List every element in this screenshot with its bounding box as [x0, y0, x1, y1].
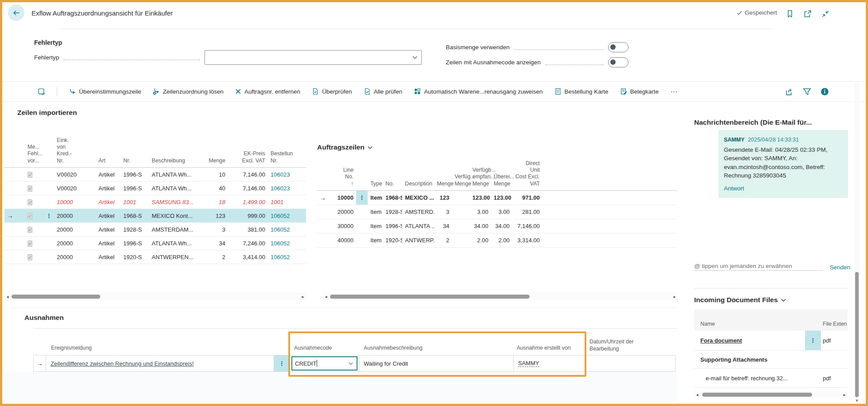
- table-row-selected[interactable]: 20000 Artikel 1968-S MEXICO Kont... 123 …: [4, 209, 306, 223]
- col-art[interactable]: Art: [96, 158, 121, 167]
- table-row[interactable]: 20000 Artikel 1928-S AMSTERDAM... 3 381.…: [4, 223, 306, 237]
- col-ereignismeldung[interactable]: Ereignismeldung: [51, 345, 92, 352]
- exception-message-link[interactable]: Zeilendifferenz zwischen Rechnung und Ei…: [51, 360, 194, 367]
- table-row[interactable]: 20000 Item 1928-S AMSTERD... 3 3.00 3.00…: [317, 205, 677, 219]
- scrollbar-thumb[interactable]: [702, 393, 812, 397]
- belegkarte-button[interactable]: Belegkarte: [620, 88, 659, 95]
- scroll-right-icon[interactable]: ▸: [300, 294, 306, 299]
- order-lines-title[interactable]: Auftragszeilen: [317, 143, 373, 151]
- file-row[interactable]: Fora document pdf: [694, 331, 848, 351]
- col-empfan[interactable]: Verfügb... empfan... Menge: [470, 167, 491, 190]
- ueberpruefen-button[interactable]: Überprüfen: [312, 88, 352, 95]
- file-row[interactable]: e-mail für betreff: rechnung 32... pdf: [694, 369, 848, 388]
- scroll-down-icon[interactable]: [854, 398, 860, 403]
- table-row[interactable]: 30000 Item 1996-S ATLANTA ... 34 34.00 3…: [317, 219, 677, 233]
- row-menu-icon[interactable]: [43, 213, 54, 219]
- col-beschreibung[interactable]: Beschreibung: [149, 158, 203, 167]
- info-icon[interactable]: [818, 85, 831, 98]
- col-uberei[interactable]: Überei... Menge: [491, 173, 512, 190]
- col-ausnahmebeschreibung[interactable]: Ausnahmebeschreibung: [364, 345, 423, 352]
- table-row[interactable]: 20000 Artikel 1920-S ANTWERPEN... 2 3,41…: [4, 250, 306, 264]
- bookmark-icon[interactable]: [784, 8, 796, 20]
- fehlertyp-select[interactable]: [204, 50, 422, 65]
- page-vscrollbar[interactable]: [854, 82, 860, 399]
- row-menu-icon[interactable]: [274, 355, 290, 371]
- col-select[interactable]: Me... Fehl... vor...: [25, 144, 43, 167]
- col-no[interactable]: No.: [383, 181, 402, 190]
- col-type[interactable]: Type: [368, 181, 383, 190]
- checkbox-checked[interactable]: [27, 240, 32, 247]
- filter-icon[interactable]: [801, 85, 813, 98]
- col-order[interactable]: Bestellun Nr.: [268, 150, 306, 167]
- scrollbar-thumb[interactable]: [330, 295, 530, 299]
- created-by-drilldown[interactable]: SAMMY: [518, 360, 539, 367]
- order-link[interactable]: 106052: [271, 213, 290, 219]
- checkbox-checked[interactable]: [27, 227, 32, 233]
- ausnahmecode-toggle[interactable]: [608, 57, 628, 67]
- col-ausnahme-erstellt-von[interactable]: Ausnahme erstellt von: [517, 345, 571, 352]
- share-icon[interactable]: [783, 85, 795, 98]
- table-row-selected[interactable]: 10000 Item 1968-S MEXICO ... 123 123.00 …: [317, 191, 677, 205]
- col-file-extension[interactable]: File Exten: [821, 321, 848, 331]
- order-link[interactable]: 106052: [271, 240, 290, 247]
- incoming-files-title[interactable]: Incoming Document Files: [694, 296, 786, 304]
- col-line-no[interactable]: Line No. ↑: [333, 167, 356, 190]
- col-datum-uhrzeit[interactable]: Datum/Uhrzeit der Bearbeitung: [589, 339, 634, 353]
- col-name[interactable]: Name: [694, 321, 805, 331]
- table-row[interactable]: V00020 Artikel 1996-S ATLANTA Wh... 10 7…: [4, 168, 306, 181]
- exception-row[interactable]: Zeilendifferenz zwischen Rechnung und Ei…: [33, 355, 676, 372]
- col-verfug[interactable]: Verfüg... Menge: [452, 173, 470, 190]
- scroll-left-icon[interactable]: ◂: [694, 392, 700, 397]
- col-description[interactable]: Description: [402, 181, 434, 190]
- ausnahmebeschreibung-cell[interactable]: Waiting for Credit: [359, 355, 514, 371]
- col-menge[interactable]: Menge: [434, 181, 452, 190]
- file-group-row[interactable]: Supporting Attachments: [694, 351, 848, 369]
- checkbox-checked[interactable]: [27, 172, 32, 178]
- order-link[interactable]: 106023: [271, 185, 290, 192]
- import-lines-hscrollbar[interactable]: ◂ ▸: [4, 293, 306, 300]
- back-button[interactable]: [8, 4, 24, 21]
- mention-input[interactable]: [694, 262, 823, 271]
- datetime-cell[interactable]: [586, 355, 675, 371]
- order-link[interactable]: 106052: [271, 254, 290, 260]
- bestellung-karte-button[interactable]: Bestellung Karte: [554, 88, 609, 95]
- vendor-drilldown[interactable]: 20000: [57, 213, 73, 219]
- checkbox-checked[interactable]: [27, 185, 32, 192]
- col-price[interactable]: EK-Preis Excl. VAT: [228, 150, 268, 167]
- table-row[interactable]: 20000 Artikel 1996-S ATLANTA Wh... 34 7,…: [4, 237, 306, 250]
- auftragsnr-entfernen-button[interactable]: Auftragsnr. entfernen: [235, 88, 300, 95]
- scroll-left-icon[interactable]: ◂: [323, 294, 329, 299]
- col-cost[interactable]: Direct Unit Cost Excl. VAT: [512, 160, 542, 190]
- reply-link[interactable]: Antwort: [724, 185, 744, 192]
- table-row[interactable]: 40000 Item 1920-S ANTWERP... 2 2.00 2.00…: [317, 233, 677, 248]
- item-drilldown[interactable]: 1968-S: [123, 213, 142, 219]
- checkbox-checked[interactable]: [27, 254, 32, 260]
- item-drilldown[interactable]: 1968-S: [385, 194, 402, 201]
- order-link[interactable]: 106052: [271, 226, 290, 233]
- incoming-files-hscrollbar[interactable]: ◂ ▸: [694, 391, 848, 398]
- col-nr[interactable]: Nr.: [121, 158, 149, 167]
- scroll-left-icon[interactable]: ◂: [4, 294, 11, 299]
- send-button[interactable]: Senden: [829, 264, 850, 271]
- file-link[interactable]: Fora document: [700, 337, 742, 344]
- table-row[interactable]: V00020 Artikel 1996-S ATLANTA Wh... 40 7…: [4, 181, 306, 195]
- zeilenzuordnung-loesen-button[interactable]: Zeilenzuordnung lösen: [153, 88, 224, 95]
- switch-view-button[interactable]: [38, 88, 45, 95]
- automatisch-zuweisen-button[interactable]: Automatisch Warene...renausgang zuweisen: [414, 88, 542, 95]
- scrollbar-thumb[interactable]: [12, 295, 100, 299]
- col-menge[interactable]: Menge: [203, 158, 228, 167]
- checkbox-checked[interactable]: [27, 199, 32, 205]
- alle-pruefen-button[interactable]: Alle prüfen: [364, 88, 403, 95]
- order-link[interactable]: 1001: [271, 199, 283, 205]
- scroll-right-icon[interactable]: ▸: [841, 392, 848, 397]
- scrollbar-thumb[interactable]: [855, 272, 859, 397]
- col-vendor[interactable]: Eink. von Kred.- Nr.: [54, 137, 96, 167]
- order-link[interactable]: 106023: [271, 171, 290, 178]
- fehlertyp-input[interactable]: [205, 51, 421, 64]
- description-drilldown[interactable]: MEXICO ...: [405, 194, 434, 201]
- scroll-right-icon[interactable]: ▸: [672, 294, 678, 299]
- row-menu-icon[interactable]: [356, 191, 368, 205]
- popout-icon[interactable]: [802, 8, 813, 20]
- order-lines-hscrollbar[interactable]: ◂ ▸: [323, 293, 678, 300]
- ausnahmecode-select[interactable]: CREDIT: [291, 356, 357, 371]
